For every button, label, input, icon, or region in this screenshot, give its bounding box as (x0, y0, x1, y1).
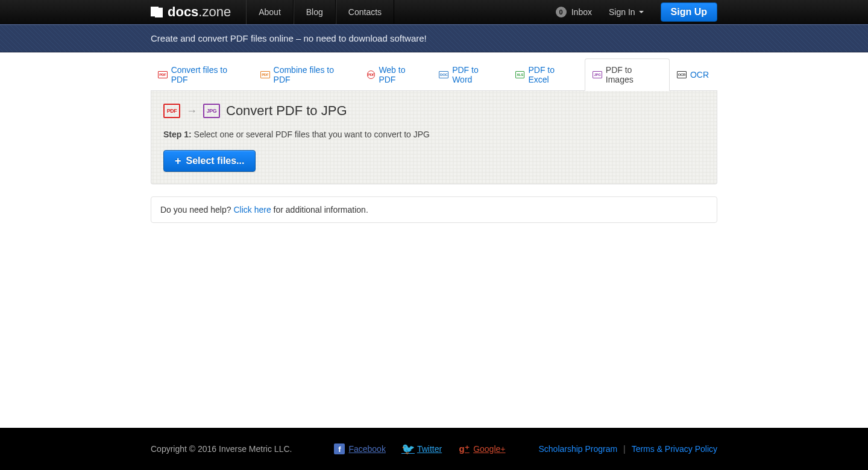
nav-about[interactable]: About (246, 0, 294, 24)
panel-title: Convert PDF to JPG (226, 103, 347, 119)
top-navbar: docs.zone About Blog Contacts 0 Inbox Si… (0, 0, 868, 24)
help-prefix: Do you need help? (160, 205, 233, 215)
word-icon: DOC (439, 71, 448, 78)
signup-button[interactable]: Sign Up (661, 2, 717, 22)
help-link[interactable]: Click here (233, 205, 271, 215)
conversion-panel: PDF → JPG Convert PDF to JPG Step 1: Sel… (151, 91, 717, 184)
arrow-right-icon: → (186, 105, 197, 118)
conversion-tabs: PDF Convert files to PDF PDF Combine fil… (151, 58, 717, 91)
excel-icon: XLS (515, 71, 525, 78)
docs-icon (151, 7, 163, 17)
help-suffix: for additional information. (271, 205, 368, 215)
step-label: Step 1: (163, 130, 192, 139)
tagline-bar: Create and convert PDF files online – no… (0, 24, 868, 52)
tagline-text: Create and convert PDF files online – no… (151, 25, 717, 52)
inbox-link[interactable]: 0 Inbox (556, 7, 592, 17)
brand-logo[interactable]: docs.zone (151, 4, 243, 20)
plus-icon: + (175, 155, 181, 166)
nav-links: About Blog Contacts (246, 0, 394, 24)
tab-pdf-to-excel[interactable]: XLS PDF to Excel (508, 58, 585, 90)
chevron-down-icon (639, 11, 644, 13)
jpg-file-icon: JPG (203, 104, 220, 118)
nav-blog[interactable]: Blog (294, 0, 336, 24)
tab-ocr[interactable]: OCR OCR (670, 58, 717, 90)
combine-icon: PDF (260, 71, 270, 78)
help-box: Do you need help? Click here for additio… (151, 196, 717, 223)
select-files-button[interactable]: + Select files... (163, 150, 256, 172)
brand-thin: .zone (198, 4, 231, 20)
signin-dropdown[interactable]: Sign In (603, 7, 650, 17)
select-files-label: Select files... (186, 155, 245, 166)
brand-bold: docs (168, 4, 198, 20)
inbox-badge: 0 (556, 7, 567, 17)
image-icon: JPG (593, 71, 602, 78)
ocr-icon: OCR (677, 71, 687, 78)
tab-combine-to-pdf[interactable]: PDF Combine files to PDF (253, 58, 360, 90)
pdf-file-icon: PDF (163, 104, 180, 118)
step-text: Select one or several PDF files that you… (192, 130, 430, 139)
tab-web-to-pdf[interactable]: PDF Web to PDF (360, 58, 432, 90)
conversion-head: PDF → JPG Convert PDF to JPG (163, 103, 705, 119)
tab-pdf-to-word[interactable]: DOC PDF to Word (432, 58, 508, 90)
web-icon: PDF (367, 70, 376, 79)
step-line: Step 1: Select one or several PDF files … (163, 130, 705, 139)
pdf-icon: PDF (158, 71, 168, 78)
signin-label: Sign In (609, 7, 635, 17)
tab-convert-to-pdf[interactable]: PDF Convert files to PDF (151, 58, 253, 90)
nav-contacts[interactable]: Contacts (336, 0, 394, 24)
tab-pdf-to-images[interactable]: JPG PDF to Images (585, 58, 670, 91)
inbox-label: Inbox (571, 7, 592, 17)
